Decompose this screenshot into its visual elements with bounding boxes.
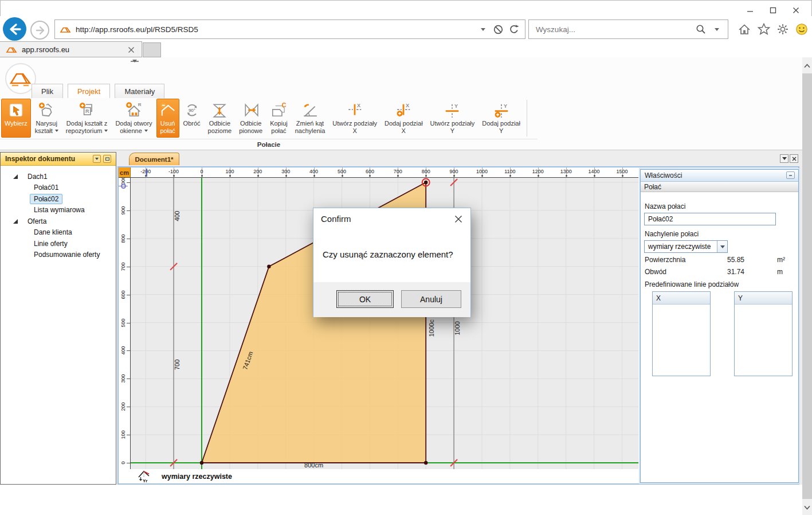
ribbon-button-change-angle[interactable]: Zmień kątnachylenia [292, 99, 329, 138]
ruler-tick-label: 600 [120, 290, 127, 300]
tree-item-po-a-01[interactable]: Połać01 [1, 182, 116, 194]
ruler-tick-dot [509, 175, 511, 177]
ribbon-button-copy-roof[interactable]: CKopiujpołać [266, 99, 291, 138]
select-dropdown-button[interactable] [717, 241, 727, 252]
ribbon: PlikProjektMateriały WybierzNarysujkszta… [0, 57, 802, 150]
address-dropdown-button[interactable] [478, 20, 488, 38]
ribbon-buttons: WybierzNarysujkształtRDodaj kształt zrep… [1, 99, 528, 138]
scroll-down-button[interactable] [802, 500, 812, 515]
feedback-button[interactable] [794, 22, 809, 37]
close-button[interactable] [784, 3, 807, 17]
tree-expander-icon[interactable] [13, 174, 18, 179]
tree-item-lista-wymiarowa[interactable]: Lista wymiarowa [1, 205, 116, 216]
address-bar[interactable]: http://app.rsroofs.eu/pl/RSD5/RSD5 [54, 19, 525, 39]
scroll-up-button[interactable] [802, 58, 812, 73]
ribbon-group-label: Połacie [0, 139, 538, 148]
ribbon-button-add-division-x[interactable]: XDodaj podziałX [381, 99, 426, 138]
chevron-down-icon [104, 130, 108, 132]
tree-item-po-a-02[interactable]: Połać02 [1, 193, 116, 205]
minimize-icon [747, 7, 754, 14]
ruler-tick-label: 800 [417, 169, 434, 174]
ribbon-button-delete-roof[interactable]: Usuńpołać [156, 99, 179, 138]
properties-collapse-button[interactable] [786, 171, 795, 179]
forward-button[interactable] [30, 21, 49, 40]
browser-navbar: http://app.rsroofs.eu/pl/RSD5/RSD5 Wyszu… [0, 16, 812, 41]
cancel-button[interactable]: Anuluj [401, 290, 461, 308]
tree-expander-icon[interactable] [13, 219, 18, 224]
ribbon-button-add-division-y[interactable]: YDodaj podziałY [478, 99, 524, 138]
ribbon-button-flip-vertical[interactable]: Odbiciepionowe [236, 99, 266, 138]
ribbon-tab-projekt[interactable]: Projekt [68, 84, 110, 98]
dialog-close-button[interactable] [453, 214, 464, 224]
polygon-vertex[interactable] [424, 181, 427, 184]
search-dropdown-button[interactable] [712, 20, 722, 38]
ribbon-button-rotate[interactable]: 90°Obróć [180, 99, 204, 138]
ribbon-button-add-shape-repo[interactable]: RDodaj kształt zrepozytorium [62, 99, 112, 138]
ruler-tick-dot [425, 175, 427, 177]
ruler-tick-label: 400 [120, 345, 127, 356]
ruler-unit-badge: cm [119, 167, 131, 178]
chevron-down-icon [481, 28, 485, 31]
home-button[interactable] [737, 22, 752, 37]
new-tab-button[interactable] [143, 42, 161, 57]
tree-item-oferta[interactable]: Oferta [1, 216, 116, 227]
rotate-icon: 90° [184, 100, 200, 120]
ribbon-tab-plik[interactable]: Plik [32, 84, 63, 98]
ribbon-button-create-divisions-x[interactable]: XUtwórz podziałyX [329, 99, 380, 138]
ribbon-button-add-windows[interactable]: RDodaj otworyokienne [112, 99, 155, 138]
minimize-button[interactable] [739, 3, 762, 17]
ruler-tick-label: 700 [389, 169, 406, 174]
stop-button[interactable] [492, 20, 504, 38]
ribbon-tab-materialy[interactable]: Materiały [115, 84, 164, 98]
maximize-button[interactable] [762, 3, 784, 17]
browser-tab[interactable]: app.rsroofs.eu [0, 41, 142, 57]
slope-mode-select[interactable]: wymiary rzeczywiste [644, 240, 728, 253]
back-button[interactable] [3, 17, 26, 41]
scrollbar-thumb[interactable] [802, 73, 812, 499]
search-button[interactable] [695, 20, 707, 38]
dimension-label: 400 [174, 211, 181, 221]
collapse-icon [105, 157, 109, 161]
dialog-title: Confirm [321, 214, 351, 224]
ok-button[interactable]: OK [336, 290, 394, 308]
favorites-button[interactable] [756, 22, 771, 37]
refresh-button[interactable] [508, 20, 520, 38]
roof-name-input[interactable]: Połać02 [644, 213, 776, 225]
document-tab[interactable]: Document1* [129, 153, 179, 165]
chevron-up-icon [804, 64, 810, 68]
collapse-icon [789, 173, 793, 177]
ribbon-button-create-divisions-y[interactable]: YUtwórz podziałyY [427, 99, 478, 138]
settings-button[interactable] [775, 22, 790, 37]
polygon-vertex[interactable] [200, 461, 203, 465]
ruler-tick-label: 500 [120, 318, 127, 328]
ribbon-button-select[interactable]: Wybierz [1, 99, 31, 138]
tab-favicon [6, 45, 17, 54]
division-list-x[interactable]: X [652, 291, 711, 376]
tree-item-dach1[interactable]: Dach1 [1, 171, 116, 182]
search-input[interactable]: Wyszukaj... [528, 19, 728, 39]
tree-item-podsumowanie-oferty[interactable]: Podsumowanie oferty [1, 249, 116, 261]
polygon-vertex[interactable] [424, 461, 427, 465]
slope-mode-value: wymiary rzeczywiste [648, 243, 717, 251]
document-list-button[interactable] [780, 154, 789, 163]
tree-item-dane-klienta[interactable]: Dane klienta [1, 227, 116, 239]
add-division-y-icon: Y [493, 100, 509, 120]
flip-horizontal-icon [211, 100, 227, 120]
tab-close-icon[interactable] [128, 46, 135, 53]
browser-window: http://app.rsroofs.eu/pl/RSD5/RSD5 Wyszu… [0, 0, 812, 515]
ribbon-button-draw-shape[interactable]: Narysujkształt [32, 99, 62, 138]
ribbon-button-flip-horizontal[interactable]: Odbiciepoziome [205, 99, 236, 138]
ribbon-collapse-button[interactable] [131, 61, 139, 73]
select-icon [8, 100, 24, 120]
ruler-tick-label: 100 [120, 430, 127, 440]
document-close-button[interactable] [790, 154, 798, 163]
division-list-y[interactable]: Y [734, 291, 793, 376]
tree-item-linie-oferty[interactable]: Linie oferty [1, 238, 116, 249]
url-text: http://app.rsroofs.eu/pl/RSD5/RSD5 [76, 25, 198, 34]
browser-scrollbar[interactable] [802, 57, 812, 515]
polygon-vertex[interactable] [267, 265, 270, 268]
cursor-y-indicator [121, 184, 126, 189]
inspector-menu-button[interactable] [93, 155, 101, 163]
star-icon [757, 22, 771, 36]
inspector-collapse-button[interactable] [103, 155, 111, 163]
